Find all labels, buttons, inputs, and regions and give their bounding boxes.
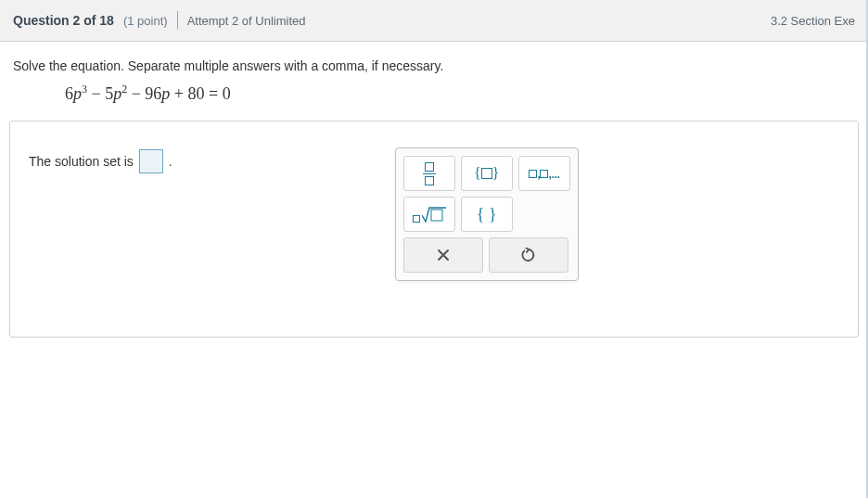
attempt-info: Attempt 2 of Unlimited: [187, 14, 306, 28]
question-number: Question 2 of 18: [13, 13, 114, 28]
nth-root-button[interactable]: [403, 197, 455, 232]
section-label: 3.2 Section Exe: [771, 14, 855, 28]
math-palette: {} ,,... { }: [395, 147, 579, 281]
points: (1 point): [123, 14, 168, 28]
undo-button[interactable]: [489, 237, 568, 273]
answer-input[interactable]: [139, 149, 163, 173]
equation: 6p3 − 5p2 − 96p + 80 = 0: [0, 79, 868, 121]
svg-rect-0: [431, 210, 442, 221]
empty-set-braces-button[interactable]: { }: [461, 197, 513, 232]
fraction-button[interactable]: [403, 156, 455, 191]
list-button[interactable]: ,,...: [518, 156, 570, 191]
answer-area: The solution set is . {} ,,...: [9, 121, 859, 338]
set-with-box-button[interactable]: {}: [461, 156, 513, 191]
undo-icon: [521, 248, 536, 262]
divider: [177, 11, 178, 30]
solution-line: The solution set is .: [29, 147, 172, 173]
clear-button[interactable]: [403, 237, 483, 273]
solution-label: The solution set is: [29, 154, 134, 169]
period: .: [169, 154, 172, 169]
question-header: Question 2 of 18 (1 point) Attempt 2 of …: [0, 0, 868, 42]
question-prompt: Solve the equation. Separate multiple an…: [0, 42, 868, 79]
close-icon: [437, 249, 450, 262]
header-left: Question 2 of 18 (1 point) Attempt 2 of …: [13, 11, 306, 30]
